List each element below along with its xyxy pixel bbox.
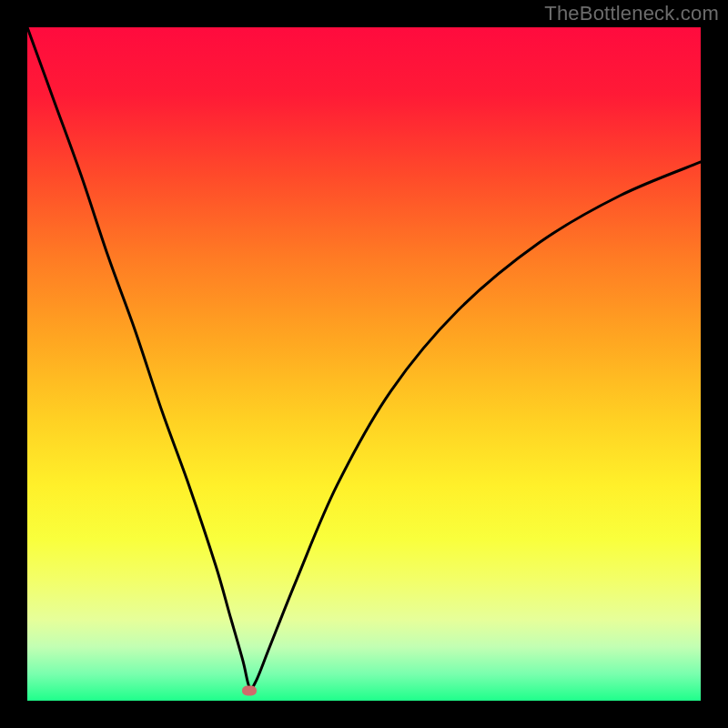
watermark-text: TheBottleneck.com bbox=[544, 2, 719, 25]
minimum-marker bbox=[242, 685, 257, 695]
chart-frame: TheBottleneck.com bbox=[0, 0, 728, 728]
bottleneck-curve bbox=[27, 27, 701, 689]
plot-area bbox=[27, 27, 701, 701]
curve-layer bbox=[27, 27, 701, 701]
